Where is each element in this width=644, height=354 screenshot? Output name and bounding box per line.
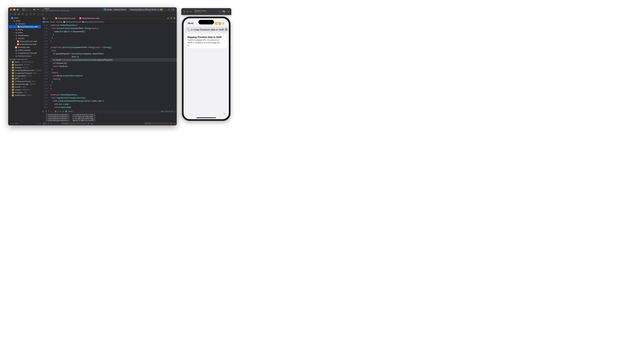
related-items-icon[interactable]: ▤ — [42, 16, 46, 20]
debug-console[interactable]: ["GybbVqm9jHoaodmwVpYv", "sjzs4Kz9iDrWtS… — [42, 113, 177, 122]
folder-preview-content[interactable]: ▸▣Preview Content — [8, 54, 41, 58]
package-row[interactable]: ▸GoogleAppMeasurement 10.24.0 — [8, 69, 41, 72]
add-files-button[interactable]: ＋ — [9, 122, 12, 125]
project-navigator-icon[interactable]: ▱ — [9, 12, 13, 16]
debug-target[interactable]: Notes — [68, 110, 73, 112]
package-row[interactable]: ▸Firebase 10.24.0 — [8, 66, 41, 69]
pause-icon[interactable]: ⏸ — [45, 110, 47, 112]
jump-next-icon[interactable]: › — [172, 21, 173, 23]
bookmarks-navigator-icon[interactable]: ◎ — [17, 12, 20, 16]
file-noteslistscreen[interactable]: NotesListScreen.swift — [8, 40, 41, 43]
package-row[interactable]: ▸abseil 1.2024011601.1 — [8, 60, 41, 63]
jump-segment[interactable]: NotesRepository.swift — [65, 21, 81, 23]
memory-icon[interactable]: ⎋ — [58, 110, 59, 112]
package-row[interactable]: ▸SwiftProtobuf 1.26.0 — [8, 94, 41, 96]
folder-screens[interactable]: ▿▣Screens — [8, 37, 41, 40]
minimize-window-button[interactable] — [186, 10, 188, 12]
file-tree[interactable]: ▿Notes ▿▣Notes ▿▣Services NotesRepositor… — [8, 16, 41, 122]
debug-navigator-icon[interactable]: ⎋ — [32, 12, 36, 16]
breakpoints-toggle-icon[interactable]: ▶ — [42, 110, 44, 112]
search-field[interactable]: 🔍 n I map Firestone data in Swift ✕ — [186, 27, 229, 32]
package-row[interactable]: ▸InteropForGoogle 100.0.0 — [8, 83, 41, 86]
tab-noteslistscreen[interactable]: NotesListScreen.swift — [53, 16, 77, 20]
package-row[interactable]: ▸AppCheck 10.19.0 — [8, 63, 41, 66]
step-over-icon[interactable]: ↷ — [48, 110, 49, 112]
package-row[interactable]: ▸GTMSessionFetcher 3.4.1 — [8, 80, 41, 83]
package-row[interactable]: ▸GoogleUtilities 7.13.1 — [8, 74, 41, 77]
file-notesapp[interactable]: NotesApp.swift — [8, 46, 41, 49]
code-editor[interactable]: 1081091151161171181191201211221231241251… — [42, 24, 177, 110]
close-window-button[interactable] — [10, 9, 12, 10]
jump-segment[interactable]: Notes — [50, 21, 54, 23]
clear-search-button[interactable]: ✕ — [225, 28, 228, 31]
auto-button[interactable]: Auto — [43, 122, 46, 124]
quicklook-icon[interactable]: 👁 — [50, 122, 52, 124]
package-row[interactable]: ▸GoogleDataTransport 9.4.0 — [8, 72, 41, 74]
variables-view-icon[interactable]: ◉ — [48, 122, 49, 124]
activity-status[interactable]: Running Notes on iPhone 15 Pro ▲ 2 — [129, 8, 164, 11]
tests-navigator-icon[interactable]: ◇ — [29, 12, 32, 16]
folder-services[interactable]: ▿▣Services — [8, 22, 41, 25]
zoom-window-button[interactable] — [16, 9, 18, 10]
folder-notes[interactable]: ▿▣Notes — [8, 20, 41, 22]
source-control-navigator-icon[interactable]: ☷ — [13, 12, 16, 16]
tab-notesrepository[interactable]: NotesRepository.swift — [77, 16, 102, 20]
compose-button[interactable]: ✎ — [223, 112, 226, 116]
zoom-window-button[interactable] — [190, 10, 192, 12]
adjust-editor-icon[interactable]: ☰ — [170, 16, 172, 20]
library-toggle-icon[interactable] — [171, 8, 175, 12]
search-result-card[interactable]: Mapping Firestore Data in Swift Swift's … — [186, 34, 227, 48]
jump-segment[interactable]: Notes — [45, 21, 49, 23]
jump-segment[interactable]: Services — [56, 21, 62, 23]
console-filter[interactable]: ⊙ — [144, 122, 169, 125]
close-window-button[interactable] — [183, 10, 185, 12]
metrics-icon-2[interactable]: 👥 — [91, 122, 93, 124]
forward-button[interactable]: › — [49, 17, 52, 20]
project-root[interactable]: ▿Notes — [8, 16, 41, 20]
package-row[interactable]: ▸leveldb 1.22.5 — [8, 86, 41, 88]
scheme-selector[interactable]: Notes › iPhone 15 Pro — [103, 8, 127, 11]
folder-views[interactable]: ▸▣Views — [8, 31, 41, 34]
package-row[interactable]: ▸Promises 2.4.0 — [8, 91, 41, 94]
add-button[interactable]: ＋ — [167, 8, 171, 12]
share-icon[interactable]: ⇧ — [227, 10, 229, 13]
step-out-icon[interactable]: ↑ — [53, 110, 54, 112]
variables-filter[interactable]: ⊙ — [61, 122, 86, 125]
console-split-icon[interactable]: ▯▮ — [174, 122, 176, 124]
jump-prev-icon[interactable]: ‹ — [171, 21, 171, 23]
navigator-filter-input[interactable] — [15, 122, 35, 124]
screenshot-icon[interactable]: 📷 — [222, 10, 226, 13]
environment-icon[interactable]: ⚙ — [62, 110, 64, 112]
package-row[interactable]: ▸gRPC 1.62.2 — [8, 77, 41, 80]
jump-bar[interactable]: Notes› Notes› Services› NotesRepository.… — [42, 20, 177, 24]
find-navigator-icon[interactable]: ⚲ — [21, 12, 24, 16]
folder-model[interactable]: ▸▣Model — [8, 28, 41, 31]
file-googleservice-plist[interactable]: ▤GoogleService-Info.plist — [8, 52, 41, 54]
iphone-screen[interactable]: 09:41 📶 🛜 🔋 🔍 n I map Firestone data in … — [184, 18, 229, 119]
add-editor-icon[interactable]: ⊞ — [173, 16, 176, 20]
code-content[interactable]: extension NotesRepository { func semanti… — [49, 24, 177, 110]
clear-console-icon[interactable]: 🗑 — [170, 122, 172, 124]
home-icon[interactable]: ⌂ — [219, 10, 221, 13]
metrics-icon[interactable]: ⬤ — [88, 122, 90, 124]
step-into-icon[interactable]: ↓ — [51, 110, 52, 112]
minimap-toggle-icon[interactable]: ▭ — [174, 110, 176, 112]
issues-navigator-icon[interactable]: △ — [25, 12, 28, 16]
file-noteeditscreen[interactable]: NoteEditScreen.swift — [8, 43, 41, 46]
editor-options-icon[interactable]: ⇄ — [167, 16, 169, 20]
debug-view-icon[interactable]: ▣ — [55, 110, 56, 112]
jump-segment[interactable]: performQuery(searchTerm:) — [84, 21, 104, 23]
breakpoints-navigator-icon[interactable]: ⌂ — [36, 12, 40, 16]
reports-navigator-icon[interactable]: ▭ — [40, 12, 44, 16]
minimap-icon[interactable]: ▭ — [174, 21, 176, 23]
minimize-window-button[interactable] — [13, 9, 15, 10]
recent-filter-icon[interactable]: ▭ — [36, 122, 38, 124]
simulate-icon[interactable]: ✈ — [60, 110, 61, 112]
package-row[interactable]: ▸nanopb 2.30910.0 — [8, 88, 41, 91]
run-button[interactable] — [36, 8, 40, 12]
scm-filter-icon[interactable]: ⎇ — [39, 122, 41, 124]
stop-button[interactable] — [32, 8, 36, 12]
file-assets[interactable]: ▦Assets.xcassets — [8, 49, 41, 52]
sidebar-toggle-icon[interactable] — [22, 8, 26, 12]
back-button[interactable]: ‹ — [46, 17, 49, 20]
